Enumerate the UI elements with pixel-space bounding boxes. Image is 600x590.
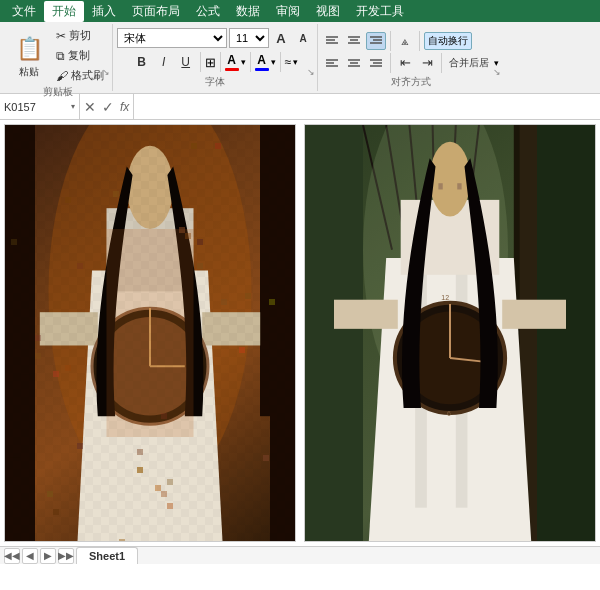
spreadsheet xyxy=(0,120,600,546)
align-top-right-button[interactable] xyxy=(366,32,386,50)
menu-bar: 文件 开始 插入 页面布局 公式 数据 审阅 视图 开发工具 xyxy=(0,0,600,22)
border-icon: ⊞ xyxy=(205,55,216,70)
align-divider2 xyxy=(419,31,420,51)
decrease-indent-button[interactable]: ⇤ xyxy=(395,54,415,72)
format-painter-button[interactable]: 🖌 格式刷 xyxy=(52,66,108,85)
top-alignment-row: ⟁ 自动换行 xyxy=(322,31,472,51)
merge-button[interactable]: 合并后居 xyxy=(446,55,492,71)
align-bottom-center-button[interactable] xyxy=(344,54,364,72)
paste-icon: 📋 xyxy=(14,33,44,65)
decrease-font-button[interactable]: A xyxy=(293,28,313,48)
fill-color-icon: A xyxy=(227,53,236,67)
menu-formula[interactable]: 公式 xyxy=(188,1,228,22)
special-format-button[interactable]: ≈ xyxy=(285,55,292,69)
sheet-nav-next[interactable]: ▶ xyxy=(40,548,56,564)
font-label: 字体 xyxy=(117,75,313,91)
special-format-dropdown[interactable]: ▾ xyxy=(293,57,298,67)
menu-data[interactable]: 数据 xyxy=(228,1,268,22)
align-divider4 xyxy=(441,53,442,73)
align-bottom-left-button[interactable] xyxy=(322,54,342,72)
insert-function-button[interactable]: fx xyxy=(120,100,129,114)
clipboard-sub-buttons: ✂ 剪切 ⧉ 复制 🖌 格式刷 xyxy=(52,26,108,85)
name-box-value: K0157 xyxy=(4,101,36,113)
font-color-dropdown[interactable]: ▾ xyxy=(271,57,276,67)
auto-wrap-button[interactable]: 自动换行 xyxy=(424,32,472,50)
increase-indent-button[interactable]: ⇥ xyxy=(417,54,437,72)
sheet-tabs: ◀◀ ◀ ▶ ▶▶ Sheet1 xyxy=(0,546,600,564)
cut-icon: ✂ xyxy=(56,29,66,43)
left-photo-canvas xyxy=(5,125,295,541)
menu-file[interactable]: 文件 xyxy=(4,1,44,22)
right-photo-canvas xyxy=(305,125,595,541)
font-divider xyxy=(200,52,201,72)
ribbon-group-font: 宋体 11 A A B I U ⊞ A xyxy=(113,24,318,91)
special-format-icon: ≈ xyxy=(285,55,292,69)
bold-button[interactable]: B xyxy=(132,52,152,72)
angle-text-button[interactable]: ⟁ xyxy=(395,32,415,50)
fill-color-dropdown[interactable]: ▾ xyxy=(241,57,246,67)
menu-review[interactable]: 审阅 xyxy=(268,1,308,22)
paste-label: 粘贴 xyxy=(19,65,39,79)
cut-button[interactable]: ✂ 剪切 xyxy=(52,26,108,45)
font-format-row: B I U ⊞ A ▾ A ▾ xyxy=(132,52,299,72)
menu-insert[interactable]: 插入 xyxy=(84,1,124,22)
sheet-nav-prev[interactable]: ◀ xyxy=(22,548,38,564)
font-name-row: 宋体 11 A A xyxy=(117,28,313,48)
font-size-select[interactable]: 11 xyxy=(229,28,269,48)
align-top-center-button[interactable] xyxy=(344,32,364,50)
image-container xyxy=(0,120,600,546)
ribbon-group-alignment: ⟁ 自动换行 xyxy=(318,24,503,91)
sheet-nav-last[interactable]: ▶▶ xyxy=(58,548,74,564)
menu-page-layout[interactable]: 页面布局 xyxy=(124,1,188,22)
font-divider4 xyxy=(280,52,281,72)
font-name-select[interactable]: 宋体 xyxy=(117,28,227,48)
bottom-alignment-row: ⇤ ⇥ 合并后居 ▾ xyxy=(322,53,499,73)
align-divider1 xyxy=(390,31,391,51)
font-divider2 xyxy=(220,52,221,72)
clipboard-label: 剪贴板 xyxy=(8,85,108,101)
name-box-dropdown-icon[interactable]: ▾ xyxy=(71,102,75,111)
border-button[interactable]: ⊞ xyxy=(205,55,216,70)
italic-button[interactable]: I xyxy=(154,52,174,72)
right-photo[interactable] xyxy=(304,124,596,542)
sheet-nav-first[interactable]: ◀◀ xyxy=(4,548,20,564)
ribbon: 📋 粘贴 ✂ 剪切 ⧉ 复制 🖌 格式刷 剪贴板 ↘ xyxy=(0,22,600,94)
copy-button[interactable]: ⧉ 复制 xyxy=(52,46,108,65)
fill-color-indicator xyxy=(225,68,239,71)
font-color-button[interactable]: A xyxy=(255,53,269,71)
format-painter-icon: 🖌 xyxy=(56,69,68,83)
alignment-label: 对齐方式 xyxy=(322,75,499,91)
align-bottom-right-button[interactable] xyxy=(366,54,386,72)
underline-button[interactable]: U xyxy=(176,52,196,72)
sheet-tab-1[interactable]: Sheet1 xyxy=(76,547,138,564)
font-divider3 xyxy=(250,52,251,72)
formula-input[interactable] xyxy=(134,94,600,119)
font-color-icon: A xyxy=(257,53,266,67)
font-color-indicator xyxy=(255,68,269,71)
merge-dropdown[interactable]: ▾ xyxy=(494,58,499,68)
menu-developer[interactable]: 开发工具 xyxy=(348,1,412,22)
menu-view[interactable]: 视图 xyxy=(308,1,348,22)
fill-color-button[interactable]: A xyxy=(225,53,239,71)
clipboard-expand-icon[interactable]: ↘ xyxy=(102,67,110,77)
align-divider3 xyxy=(390,53,391,73)
increase-font-button[interactable]: A xyxy=(271,28,291,48)
left-photo[interactable] xyxy=(4,124,296,542)
ribbon-group-clipboard: 📋 粘贴 ✂ 剪切 ⧉ 复制 🖌 格式刷 剪贴板 ↘ xyxy=(4,24,113,91)
align-top-left-button[interactable] xyxy=(322,32,342,50)
copy-icon: ⧉ xyxy=(56,49,65,63)
alignment-expand-icon[interactable]: ↘ xyxy=(493,67,501,77)
paste-button[interactable]: 📋 粘贴 xyxy=(8,26,50,85)
font-expand-icon[interactable]: ↘ xyxy=(307,67,315,77)
menu-start[interactable]: 开始 xyxy=(44,1,84,22)
